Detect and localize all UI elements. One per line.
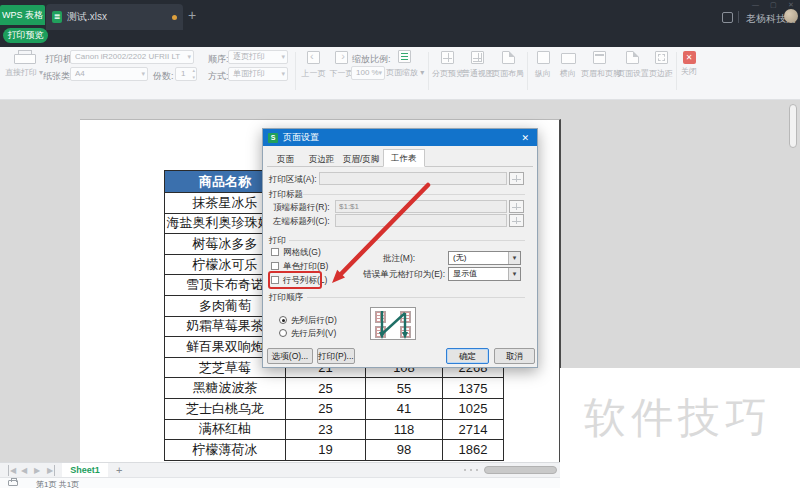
dialog-title-bar[interactable]: S 页面设置 ✕ bbox=[263, 129, 537, 146]
value-cell: 19 bbox=[286, 440, 366, 461]
over-then-down-label[interactable]: 先行后列(V) bbox=[291, 328, 336, 340]
scroll-grip-dot bbox=[464, 469, 466, 471]
gridlines-checkbox[interactable] bbox=[271, 248, 279, 256]
cancel-button[interactable]: 取消 bbox=[494, 348, 535, 364]
printer-select[interactable]: Canon iR2002/2202 UFRII LT bbox=[70, 50, 194, 64]
direct-print-button[interactable]: 直接打印 ▾ bbox=[2, 50, 46, 78]
next-sheet-icon[interactable]: ▶ bbox=[34, 465, 40, 476]
left-title-col-input[interactable] bbox=[335, 214, 507, 227]
error-cells-select[interactable]: 显示值 bbox=[448, 267, 521, 281]
comments-select[interactable]: (无) bbox=[448, 251, 521, 265]
mono-print-checkbox[interactable] bbox=[271, 262, 279, 270]
landscape-page-icon bbox=[561, 53, 576, 64]
print-area-input[interactable] bbox=[319, 172, 507, 185]
table-row: 满杯红柚231182714 bbox=[165, 420, 504, 441]
header-footer-icon bbox=[593, 51, 606, 64]
previous-page-button[interactable]: 上一页 bbox=[300, 51, 327, 79]
normal-view-icon bbox=[471, 51, 484, 64]
header-footer-button[interactable]: 页眉和页脚 bbox=[581, 51, 617, 79]
document-tab[interactable]: ≣ 测试.xlsx bbox=[46, 4, 183, 30]
watermark-panel: 软件技巧 bbox=[560, 368, 800, 488]
dialog-close-icon[interactable]: ✕ bbox=[518, 133, 532, 143]
page-break-preview-icon bbox=[441, 51, 454, 64]
portrait-button[interactable]: 纵向 bbox=[531, 51, 555, 79]
divider bbox=[295, 52, 296, 90]
unsaved-dot-icon bbox=[172, 15, 177, 20]
zoom-ratio-select[interactable]: 100 % bbox=[351, 66, 385, 80]
comments-label: 批注(M): bbox=[383, 253, 415, 265]
app-menu-tab[interactable]: WPS 表格 bbox=[0, 5, 45, 25]
print-button[interactable]: 打印(P)... bbox=[317, 348, 355, 364]
normal-view-button[interactable]: 普通视图 bbox=[462, 51, 492, 79]
left-title-col-label: 左端标题列(C): bbox=[273, 216, 330, 228]
table-row: 黑糖波波茶25551375 bbox=[165, 378, 504, 399]
duplex-select[interactable]: 单面打印 bbox=[228, 67, 288, 81]
range-picker-icon[interactable] bbox=[509, 200, 524, 213]
prev-sheet-icon[interactable]: ◀ bbox=[21, 465, 27, 476]
product-name-cell: 芝士白桃乌龙 bbox=[165, 399, 286, 420]
divider bbox=[428, 52, 429, 90]
print-preview-toolbar: 直接打印 ▾ 打印机: Canon iR2002/2202 UFRII LT 纸… bbox=[0, 47, 800, 100]
ok-button[interactable]: 确定 bbox=[446, 348, 489, 364]
page-break-preview-button[interactable]: 分页预览 bbox=[432, 51, 462, 79]
page-zoom-button[interactable]: 页面缩放 ▾ bbox=[386, 50, 422, 78]
tab-page[interactable]: 页面 bbox=[269, 150, 302, 166]
print-area-label: 打印区域(A): bbox=[269, 174, 317, 186]
previous-page-icon bbox=[307, 51, 320, 64]
print-preview-badge: 打印预览 bbox=[3, 28, 48, 43]
tab-sheet[interactable]: 工作表 bbox=[383, 149, 425, 167]
value-cell: 98 bbox=[366, 440, 443, 461]
status-printer-icon bbox=[8, 480, 18, 486]
range-picker-icon[interactable] bbox=[509, 214, 524, 227]
add-sheet-button[interactable]: + bbox=[116, 464, 122, 476]
wps-sheet-icon: S bbox=[268, 133, 278, 143]
landscape-button[interactable]: 横向 bbox=[556, 51, 580, 79]
range-picker-icon[interactable] bbox=[509, 172, 524, 185]
duplex-label: 方式: bbox=[208, 70, 229, 83]
vertical-scrollbar-thumb[interactable] bbox=[789, 104, 797, 148]
page-layout-button[interactable]: 页面布局 bbox=[492, 51, 524, 79]
top-title-row-input[interactable]: $1:$1 bbox=[335, 200, 507, 213]
divider bbox=[676, 52, 677, 90]
over-then-down-radio[interactable] bbox=[279, 329, 287, 337]
value-cell: 41 bbox=[366, 399, 443, 420]
divider bbox=[303, 194, 525, 195]
device-sync-icon[interactable] bbox=[722, 12, 733, 23]
print-order-label: 顺序: bbox=[208, 53, 229, 66]
new-tab-button[interactable]: + bbox=[188, 7, 196, 23]
window-close-button[interactable]: ✕ bbox=[788, 1, 794, 9]
table-row: 芝士白桃乌龙25411025 bbox=[165, 399, 504, 420]
divider bbox=[738, 11, 739, 23]
page-setup-button[interactable]: 页面设置 bbox=[617, 51, 647, 79]
print-order-select[interactable]: 逐页打印 bbox=[228, 50, 288, 64]
options-button[interactable]: 选项(O)... bbox=[267, 348, 313, 364]
paper-type-select[interactable]: A4 bbox=[70, 67, 148, 81]
sheet-tab[interactable]: Sheet1 bbox=[62, 463, 108, 477]
close-preview-button[interactable]: ✕ 关闭 bbox=[678, 51, 700, 77]
product-name-cell: 柠檬薄荷冰 bbox=[165, 440, 286, 461]
value-cell: 25 bbox=[286, 378, 366, 399]
value-cell: 23 bbox=[286, 420, 366, 441]
product-name-cell: 满杯红柚 bbox=[165, 420, 286, 441]
last-sheet-icon[interactable]: ▶ bbox=[47, 465, 55, 476]
window-minimize-button[interactable]: — bbox=[752, 1, 759, 8]
down-then-over-radio[interactable] bbox=[279, 316, 287, 324]
scroll-grip-dot bbox=[476, 469, 478, 471]
print-group-label: 打印 bbox=[269, 235, 286, 247]
down-then-over-label[interactable]: 先列后行(D) bbox=[291, 315, 337, 327]
margins-button[interactable]: 页边距 bbox=[648, 51, 674, 79]
print-titles-group-label: 打印标题 bbox=[269, 189, 303, 201]
first-sheet-icon[interactable]: ◀ bbox=[8, 465, 16, 476]
window-maximize-button[interactable]: ▢ bbox=[770, 1, 777, 9]
user-avatar[interactable] bbox=[784, 9, 798, 23]
tab-header-footer[interactable]: 页眉/页脚 bbox=[335, 150, 387, 166]
value-cell: 55 bbox=[366, 378, 443, 399]
gridlines-label[interactable]: 网格线(G) bbox=[283, 247, 321, 259]
page-layout-icon bbox=[502, 51, 515, 64]
page-info: 第1页 共1页 bbox=[36, 479, 79, 488]
copies-stepper[interactable]: 1 bbox=[175, 67, 197, 81]
horizontal-scrollbar-thumb[interactable] bbox=[484, 466, 557, 474]
product-name-cell: 黑糖波波茶 bbox=[165, 378, 286, 399]
page-setup-dialog: S 页面设置 ✕ 页面 页边距 页眉/页脚 工作表 打印区域(A): 打印标题 … bbox=[262, 128, 538, 368]
value-cell: 2714 bbox=[443, 420, 504, 441]
